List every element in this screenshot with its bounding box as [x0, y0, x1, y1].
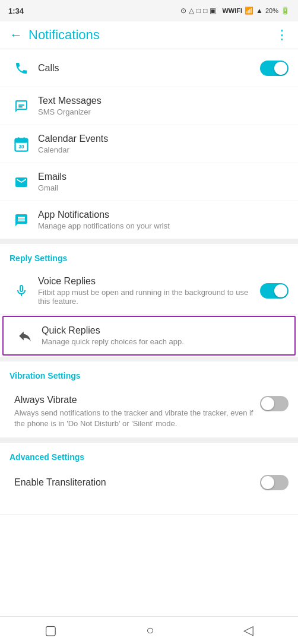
vibration-settings-header: Vibration Settings: [0, 361, 298, 385]
list-item-calendar-events[interactable]: 30 Calendar Events Calendar: [0, 125, 298, 163]
android-icon: ▣: [210, 7, 216, 15]
content: Calls Text Messages SMS Organizer: [0, 49, 298, 515]
list-item-quick-replies[interactable]: Quick Replies Manage quick reply choices…: [2, 316, 296, 356]
battery-label: 20%: [265, 7, 278, 14]
divider-3: [0, 438, 298, 443]
emails-text: Emails Gmail: [33, 172, 289, 192]
app-notifications-title: App Notifications: [38, 210, 284, 220]
list-item-always-vibrate[interactable]: Always Vibrate Always send notifications…: [0, 385, 298, 438]
always-vibrate-title: Always Vibrate: [14, 395, 255, 405]
calls-toggle-knob: [274, 62, 287, 75]
svg-rect-1: [18, 106, 23, 107]
text-messages-subtitle: SMS Organizer: [38, 107, 284, 116]
status-bar: 1:34 ⊙ △ □ □ ▣ WWIFI 📶 ▲ 20% 🔋: [0, 0, 298, 21]
enable-transliteration-title: Enable Transliteration: [14, 477, 255, 488]
enable-transliteration-toggle[interactable]: [260, 475, 289, 490]
text-messages-text: Text Messages SMS Organizer: [33, 96, 289, 116]
app-notifications-subtitle: Manage app notifications on your wrist: [38, 221, 284, 230]
voice-replies-toggle-switch[interactable]: [260, 283, 289, 299]
text-messages-title: Text Messages: [38, 96, 284, 106]
enable-transliteration-toggle-switch[interactable]: [260, 475, 289, 490]
mic-icon: [9, 284, 33, 298]
list-item-calls[interactable]: Calls: [0, 49, 298, 87]
divider-2: [0, 357, 298, 361]
list-item-voice-replies[interactable]: Voice Replies Fitbit app must be open an…: [0, 268, 298, 315]
wifi-icon: 📶: [245, 7, 253, 15]
calls-toggle-switch[interactable]: [260, 61, 289, 76]
quick-replies-text: Quick Replies Manage quick reply choices…: [37, 325, 285, 346]
nav-square-button[interactable]: ▢: [45, 623, 57, 638]
calendar-events-title: Calendar Events: [38, 134, 284, 144]
back-button[interactable]: ←: [9, 27, 23, 43]
advanced-settings-header: Advanced Settings: [0, 443, 298, 467]
enable-transliteration-toggle-knob: [261, 476, 274, 489]
calendar-events-text: Calendar Events Calendar: [33, 134, 289, 154]
sms-icon: [9, 99, 33, 113]
nav-triangle-button[interactable]: ◁: [243, 623, 253, 638]
emails-subtitle: Gmail: [38, 183, 284, 192]
calendar-events-subtitle: Calendar: [38, 145, 284, 154]
notification-icon: ⊙: [180, 7, 186, 15]
list-item-text-messages[interactable]: Text Messages SMS Organizer: [0, 87, 298, 125]
quick-replies-subtitle: Manage quick reply choices for each app.: [42, 337, 280, 346]
app-notifications-icon: [9, 213, 33, 227]
list-item-emails[interactable]: Emails Gmail: [0, 163, 298, 201]
svg-rect-0: [18, 104, 24, 106]
app-notifications-text: App Notifications Manage app notificatio…: [33, 210, 289, 230]
status-icons: ⊙ △ □ □ ▣ WWIFI 📶 ▲ 20% 🔋: [180, 7, 290, 15]
reply-icon: [13, 328, 37, 344]
calendar-icon: 30: [9, 136, 33, 153]
instagram-icon: □: [196, 7, 201, 15]
emails-title: Emails: [38, 172, 284, 182]
list-item-app-notifications[interactable]: App Notifications Manage app notificatio…: [0, 201, 298, 239]
voice-replies-text: Voice Replies Fitbit app must be open an…: [33, 276, 260, 306]
more-options-button[interactable]: ⋮: [275, 27, 289, 43]
instagram2-icon: □: [203, 7, 207, 15]
enable-transliteration-text: Enable Transliteration: [9, 477, 260, 488]
always-vibrate-text: Always Vibrate Always send notifications…: [9, 395, 260, 429]
voice-replies-toggle-knob: [274, 284, 287, 297]
always-vibrate-toggle-switch[interactable]: [260, 396, 289, 411]
signal-icon: ▲: [256, 7, 263, 15]
bottom-nav: ▢ ○ ◁: [0, 616, 298, 644]
voice-replies-toggle[interactable]: [260, 283, 289, 299]
nav-circle-button[interactable]: ○: [146, 623, 154, 638]
network-label: WWIFI: [222, 7, 242, 14]
voice-replies-title: Voice Replies: [38, 276, 255, 287]
app-bar-left: ← Notifications: [9, 27, 100, 43]
divider-1: [0, 239, 298, 244]
always-vibrate-subtitle: Always send notifications to the tracker…: [14, 408, 255, 429]
status-time: 1:34: [8, 7, 24, 15]
voice-replies-subtitle: Fitbit app must be open and running in t…: [38, 288, 255, 306]
quick-replies-title: Quick Replies: [42, 325, 280, 336]
always-vibrate-toggle[interactable]: [260, 396, 289, 411]
app-bar: ← Notifications ⋮: [0, 21, 298, 49]
calls-text: Calls: [33, 63, 260, 74]
email-icon: [9, 175, 33, 189]
page-title: Notifications: [28, 27, 100, 43]
battery-icon: 🔋: [281, 7, 290, 15]
alert-icon: △: [189, 7, 194, 15]
list-item-enable-transliteration[interactable]: Enable Transliteration: [0, 467, 298, 515]
reply-settings-header: Reply Settings: [0, 244, 298, 268]
svg-text:30: 30: [18, 144, 24, 150]
phone-icon: [9, 61, 33, 75]
always-vibrate-toggle-knob: [261, 397, 274, 410]
calls-toggle[interactable]: [260, 61, 289, 76]
svg-rect-3: [15, 138, 28, 142]
calls-title: Calls: [38, 63, 255, 74]
